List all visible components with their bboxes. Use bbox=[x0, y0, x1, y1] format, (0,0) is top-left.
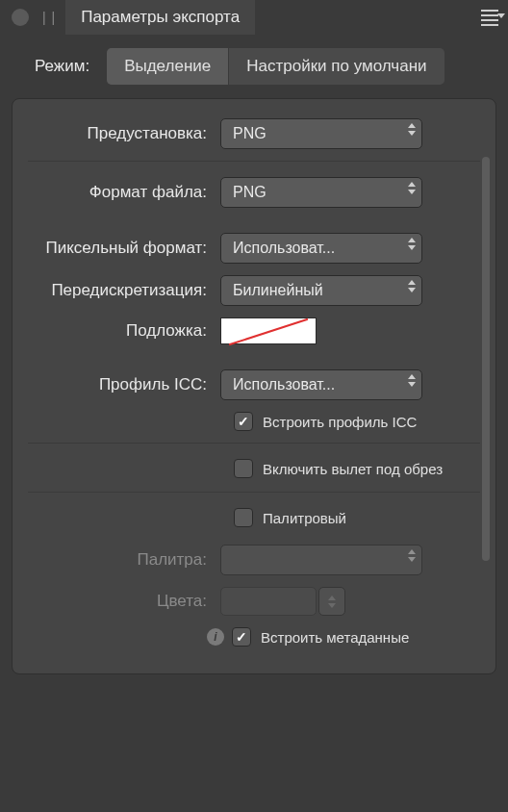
file-format-value: PNG bbox=[233, 184, 267, 201]
panel-menu-icon[interactable] bbox=[481, 10, 498, 26]
mode-row: Режим: Выделение Настройки по умолчани bbox=[0, 35, 508, 98]
colors-field bbox=[220, 587, 317, 616]
palette-select bbox=[220, 545, 422, 575]
divider-pipes: | | bbox=[42, 10, 56, 25]
icc-profile-select[interactable]: Использоват... bbox=[220, 369, 422, 400]
resample-label: Передискретизация: bbox=[28, 281, 220, 300]
include-bleed-label: Включить вылет под обрез bbox=[263, 461, 443, 477]
icc-profile-label: Профиль ICC: bbox=[28, 375, 220, 394]
mode-selection-button[interactable]: Выделение bbox=[107, 48, 229, 85]
chevron-updown-icon bbox=[408, 123, 416, 136]
chevron-updown-icon bbox=[408, 374, 416, 387]
colors-stepper bbox=[318, 587, 345, 616]
scrollbar[interactable] bbox=[482, 157, 490, 561]
divider bbox=[28, 161, 480, 162]
settings-panel: Предустановка: PNG Формат файла: PNG Пик… bbox=[12, 98, 496, 674]
embed-icc-checkbox[interactable] bbox=[234, 412, 253, 431]
panel-tab[interactable]: Параметры экспорта bbox=[65, 0, 255, 35]
indexed-label: Палитровый bbox=[263, 510, 346, 526]
matte-swatch[interactable] bbox=[220, 317, 317, 344]
resample-value: Билинейный bbox=[233, 282, 323, 299]
colors-label: Цвета: bbox=[28, 592, 220, 611]
matte-label: Подложка: bbox=[28, 321, 220, 341]
resample-select[interactable]: Билинейный bbox=[220, 275, 422, 306]
preset-value: PNG bbox=[233, 125, 267, 142]
embed-metadata-label: Встроить метаданные bbox=[261, 629, 409, 646]
file-format-select[interactable]: PNG bbox=[220, 177, 422, 208]
divider bbox=[28, 492, 480, 493]
include-bleed-checkbox[interactable] bbox=[234, 459, 253, 478]
icc-profile-value: Использоват... bbox=[233, 376, 335, 393]
embed-metadata-checkbox[interactable] bbox=[232, 627, 251, 647]
palette-label: Палитра: bbox=[28, 550, 220, 570]
info-icon[interactable]: i bbox=[207, 628, 224, 646]
pixel-format-value: Использоват... bbox=[233, 240, 335, 257]
mode-segment: Выделение Настройки по умолчани bbox=[107, 48, 444, 85]
mode-label: Режим: bbox=[35, 57, 89, 76]
chevron-updown-icon bbox=[408, 280, 416, 292]
divider bbox=[28, 443, 480, 444]
chevron-updown-icon bbox=[408, 549, 416, 562]
title-bar: | | Параметры экспорта bbox=[0, 0, 508, 35]
chevron-updown-icon bbox=[408, 238, 416, 250]
mode-defaults-button[interactable]: Настройки по умолчани bbox=[229, 48, 444, 85]
pixel-format-label: Пиксельный формат: bbox=[28, 239, 220, 258]
embed-icc-label: Встроить профиль ICC bbox=[263, 414, 417, 430]
chevron-updown-icon bbox=[408, 182, 416, 194]
preset-select[interactable]: PNG bbox=[220, 118, 422, 149]
preset-label: Предустановка: bbox=[28, 124, 220, 143]
indexed-checkbox[interactable] bbox=[234, 508, 253, 527]
pixel-format-select[interactable]: Использоват... bbox=[220, 233, 422, 264]
close-icon[interactable] bbox=[12, 9, 29, 26]
file-format-label: Формат файла: bbox=[28, 183, 220, 202]
